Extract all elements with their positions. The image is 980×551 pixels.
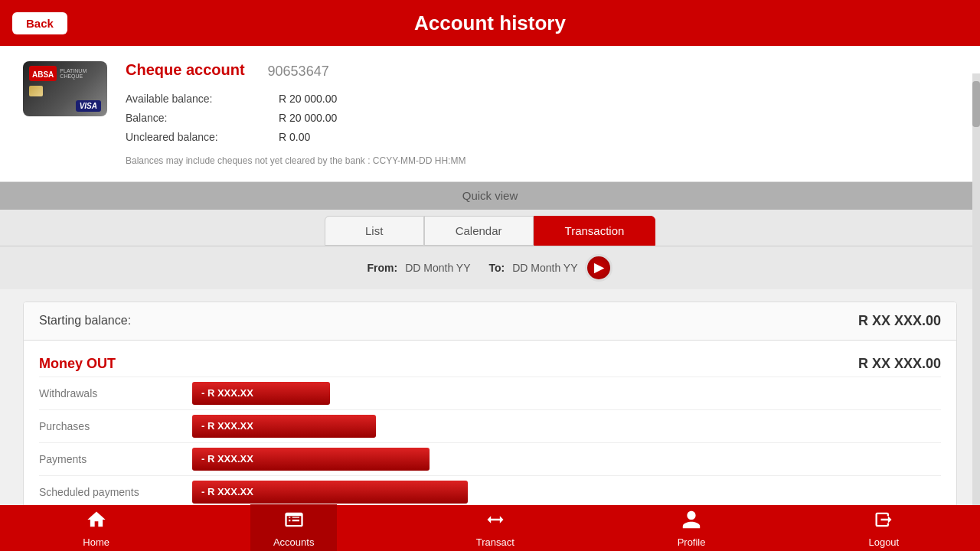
nav-transact-label: Transact: [476, 536, 514, 548]
nav-item-accounts[interactable]: Accounts: [250, 504, 337, 552]
scrollbar-track[interactable]: [972, 73, 980, 517]
starting-balance-row: Starting balance: R XX XXX.00: [24, 302, 956, 341]
card-image: ABSA PLATINUM CHEQUE VISA: [23, 61, 107, 116]
transact-icon: [485, 509, 506, 535]
payments-bar: - R XXX.XX: [192, 448, 430, 471]
profile-icon: [681, 509, 702, 535]
nav-accounts-label: Accounts: [273, 536, 314, 548]
withdrawals-bar: - R XXX.XX: [192, 382, 330, 405]
transaction-item: Purchases - R XXX.XX: [39, 409, 941, 442]
nav-item-logout[interactable]: Logout: [845, 504, 922, 552]
bottom-nav: Home Accounts Transact Profile Logout: [0, 505, 980, 551]
available-balance-value: R 20 000.00: [279, 90, 337, 109]
uncleared-balance-label: Uncleared balance:: [126, 128, 263, 147]
nav-logout-label: Logout: [868, 536, 899, 548]
purchases-bar-container: - R XXX.XX: [192, 415, 941, 438]
scheduled-payments-bar-container: - R XXX.XX: [192, 481, 941, 504]
scheduled-payments-label: Scheduled payments: [39, 486, 192, 498]
accounts-icon: [283, 509, 305, 535]
transaction-panel: Starting balance: R XX XXX.00 Money OUT …: [23, 302, 957, 517]
available-balance-label: Available balance:: [126, 90, 263, 109]
nav-profile-label: Profile: [678, 536, 706, 548]
purchases-bar: - R XXX.XX: [192, 415, 376, 438]
uncleared-balance-value: R 0.00: [279, 128, 310, 147]
account-details: Cheque account 90653647 Available balanc…: [126, 61, 957, 166]
tab-calendar[interactable]: Calendar: [424, 216, 534, 246]
transaction-item: Payments - R XXX.XX: [39, 442, 941, 475]
transaction-item: Withdrawals - R XXX.XX: [39, 377, 941, 409]
nav-item-transact[interactable]: Transact: [453, 504, 537, 552]
from-label: From:: [368, 262, 398, 274]
logout-icon: [873, 509, 894, 535]
balance-value: R 20 000.00: [279, 109, 337, 128]
money-out-title: Money OUT: [39, 356, 858, 372]
transaction-item: Scheduled payments - R XXX.XX: [39, 475, 941, 508]
quick-view-label: Quick view: [462, 189, 518, 202]
tabs-container: List Calendar Transaction: [0, 210, 980, 246]
go-arrow-icon: ▶: [594, 260, 603, 275]
payments-label: Payments: [39, 453, 192, 465]
back-button[interactable]: Back: [12, 12, 67, 34]
purchases-label: Purchases: [39, 420, 192, 432]
tab-list[interactable]: List: [325, 216, 424, 246]
nav-item-profile[interactable]: Profile: [653, 504, 730, 552]
money-out-header: Money OUT R XX XXX.00: [39, 348, 941, 377]
date-filter-row: From: DD Month YY To: DD Month YY ▶: [0, 246, 980, 289]
nav-home-label: Home: [83, 536, 109, 548]
account-name: Cheque account: [126, 61, 245, 79]
balance-label: Balance:: [126, 109, 263, 128]
quick-view-bar: Quick view: [0, 182, 980, 210]
payments-bar-container: - R XXX.XX: [192, 448, 941, 471]
account-info-section: ABSA PLATINUM CHEQUE VISA Cheque account…: [0, 46, 980, 182]
money-out-section: Money OUT R XX XXX.00 Withdrawals - R XX…: [24, 341, 956, 516]
account-number: 90653647: [268, 64, 329, 80]
go-button[interactable]: ▶: [585, 254, 612, 282]
money-out-value: R XX XXX.00: [858, 356, 941, 372]
home-icon: [86, 509, 107, 535]
balance-note: Balances may include cheques not yet cle…: [126, 155, 957, 166]
starting-balance-value: R XX XXX.00: [858, 313, 941, 329]
to-value: DD Month YY: [512, 262, 577, 274]
nav-item-home[interactable]: Home: [58, 504, 135, 552]
withdrawals-label: Withdrawals: [39, 387, 192, 399]
withdrawals-bar-container: - R XXX.XX: [192, 382, 941, 405]
scrollbar-thumb[interactable]: [972, 81, 980, 127]
from-value: DD Month YY: [405, 262, 470, 274]
scheduled-payments-bar: - R XXX.XX: [192, 481, 468, 504]
starting-balance-label: Starting balance:: [39, 314, 858, 328]
page-title: Account history: [414, 11, 566, 35]
transaction-content[interactable]: Starting balance: R XX XXX.00 Money OUT …: [0, 289, 980, 519]
to-label: To:: [488, 262, 505, 274]
tab-transaction[interactable]: Transaction: [534, 216, 656, 246]
header: Back Account history: [0, 0, 980, 46]
